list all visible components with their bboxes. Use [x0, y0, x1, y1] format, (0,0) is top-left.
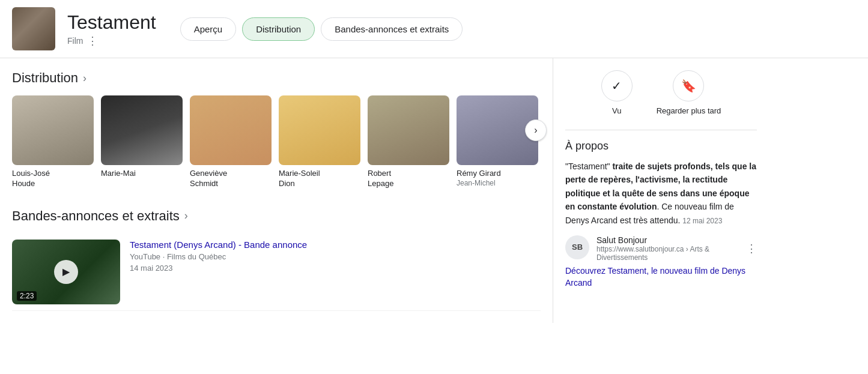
trailer-duration-1: 2:23	[17, 291, 37, 301]
cast-name-3: Geneviève Schmidt	[190, 169, 227, 189]
vu-button[interactable]: ✓ Vu	[601, 70, 633, 115]
distribution-title: Distribution	[12, 70, 78, 86]
about-section: À propos "Testament" traite de sujets pr…	[565, 140, 757, 289]
cast-name-2: Marie-Mai	[101, 169, 136, 179]
trailer-date-1: 14 mai 2023	[130, 264, 307, 273]
about-date: 12 mai 2023	[682, 217, 722, 225]
cast-photo-1	[12, 95, 94, 165]
about-title: À propos	[565, 140, 757, 152]
title-block: Testament Film ⋮	[67, 11, 156, 47]
trailers-section: Bandes-annonces et extraits › ▶ 2:23 Tes…	[12, 208, 541, 311]
tab-distribution[interactable]: Distribution	[242, 17, 315, 41]
source-avatar: SB	[565, 235, 589, 259]
source-item: SB Salut Bonjour https://www.salutbonjou…	[565, 235, 757, 262]
right-panel: ✓ Vu 🔖 Regarder plus tard À propos "Test…	[553, 58, 769, 323]
cast-item-5[interactable]: Robert Lepage	[368, 95, 449, 189]
regarder-label: Regarder plus tard	[657, 106, 721, 115]
about-text: "Testament" traite de sujets profonds, t…	[565, 160, 757, 227]
header: Testament Film ⋮ Aperçu Distribution Ban…	[0, 0, 868, 58]
source-url: https://www.salutbonjour.ca › Arts & Div…	[596, 245, 739, 262]
cast-next-button[interactable]: ›	[525, 119, 547, 141]
cast-photo-3	[190, 95, 272, 165]
cast-photo-2	[101, 95, 183, 165]
bookmark-icon: 🔖	[673, 70, 704, 101]
main-container: Distribution › Louis-José Houde Marie-Ma…	[0, 58, 868, 323]
cast-photo-5	[368, 95, 449, 165]
cast-name-1: Louis-José Houde	[12, 169, 50, 189]
trailer-item-1: ▶ 2:23 Testament (Denys Arcand) - Bande …	[12, 234, 541, 311]
cast-item-6[interactable]: Rémy Girard Jean-Michel	[457, 95, 538, 187]
cast-name-6: Rémy Girard	[457, 169, 501, 179]
check-icon: ✓	[601, 70, 633, 101]
distribution-arrow-icon[interactable]: ›	[83, 72, 86, 85]
subtitle-row: Film ⋮	[67, 35, 156, 47]
cast-grid: Louis-José Houde Marie-Mai Geneviève Sch…	[12, 95, 541, 189]
action-buttons: ✓ Vu 🔖 Regarder plus tard	[565, 70, 757, 115]
cast-item-1[interactable]: Louis-José Houde	[12, 95, 94, 189]
trailers-arrow-icon[interactable]: ›	[184, 210, 188, 222]
divider-1	[565, 130, 757, 130]
play-icon[interactable]: ▶	[54, 260, 78, 284]
movie-thumbnail	[12, 7, 55, 50]
trailer-info-1: Testament (Denys Arcand) - Bande annonce…	[130, 240, 307, 273]
cast-item-4[interactable]: Marie-Soleil Dion	[279, 95, 360, 189]
cast-name-4: Marie-Soleil Dion	[279, 169, 320, 189]
trailer-thumbnail-1[interactable]: ▶ 2:23	[12, 240, 120, 304]
vu-label: Vu	[612, 106, 621, 115]
source-name: Salut Bonjour	[596, 235, 739, 245]
distribution-header: Distribution ›	[12, 70, 541, 86]
movie-type-label: Film	[67, 36, 83, 46]
tab-bar: Aperçu Distribution Bandes-annonces et e…	[180, 17, 463, 41]
source-info: Salut Bonjour https://www.salutbonjour.c…	[596, 235, 739, 262]
regarder-plus-tard-button[interactable]: 🔖 Regarder plus tard	[657, 70, 721, 115]
about-text-intro: "Testament"	[565, 161, 610, 171]
trailer-title-1[interactable]: Testament (Denys Arcand) - Bande annonce	[130, 240, 307, 250]
cast-photo-4	[279, 95, 360, 165]
cast-item-3[interactable]: Geneviève Schmidt	[190, 95, 272, 189]
source-more-icon[interactable]: ⋮	[746, 242, 757, 255]
cast-role-6: Jean-Michel	[457, 179, 496, 187]
trailers-title: Bandes-annonces et extraits	[12, 208, 180, 224]
cast-name-5: Robert Lepage	[368, 169, 393, 189]
more-options-icon[interactable]: ⋮	[86, 35, 99, 47]
movie-title: Testament	[67, 11, 156, 34]
cast-item-2[interactable]: Marie-Mai	[101, 95, 183, 179]
tab-apercu[interactable]: Aperçu	[180, 17, 237, 41]
trailers-header: Bandes-annonces et extraits ›	[12, 208, 541, 224]
trailer-source-1: YouTube · Films du Québec	[130, 252, 307, 261]
source-link[interactable]: Découvrez Testament, le nouveau film de …	[565, 265, 757, 289]
left-panel: Distribution › Louis-José Houde Marie-Ma…	[0, 58, 553, 323]
tab-bandes[interactable]: Bandes-annonces et extraits	[321, 17, 463, 41]
